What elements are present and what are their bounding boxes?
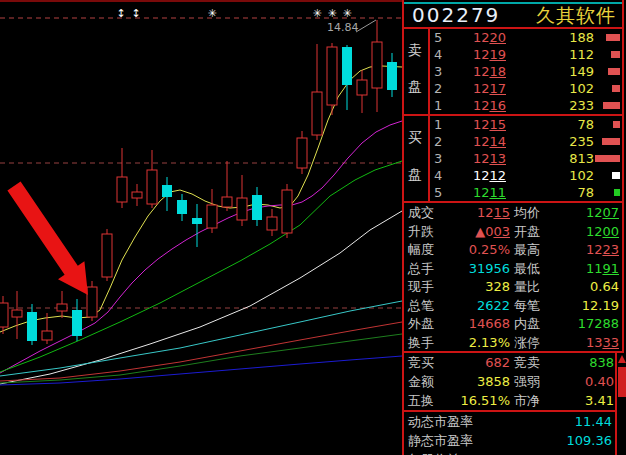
field-value: 3858 <box>432 372 510 391</box>
candle-up <box>297 138 307 168</box>
stock-code: 002279 <box>412 4 500 27</box>
order-volume-bar <box>603 102 620 109</box>
order-volume: 112 <box>520 46 594 63</box>
buy-queue: 11215782121423531213813412121025121178 <box>430 116 622 201</box>
order-book-row[interactable]: 31218149 <box>430 63 622 80</box>
field-value: 2.13% <box>432 333 510 352</box>
scrollbar-thumb[interactable] <box>618 367 626 397</box>
auction-section: 竞买682竞卖838金额3858强弱0.40五换16.51%市净3.41 <box>402 353 624 410</box>
order-volume: 102 <box>520 80 594 97</box>
order-price: 1213 <box>440 150 506 167</box>
candle-up <box>237 198 247 220</box>
ma-cyan-line <box>0 301 402 376</box>
event-marker-icon: ✳ <box>207 7 216 20</box>
field-value: 31956 <box>432 259 510 278</box>
order-book-row[interactable]: 21217102 <box>430 80 622 97</box>
sell-queue: 5122018841219112312181492121710211216233 <box>430 29 622 114</box>
order-book-row[interactable]: 31213813 <box>430 150 622 167</box>
candle-up <box>57 304 67 311</box>
sell-label-char: 卖 <box>408 42 424 60</box>
order-book-row[interactable]: 11216233 <box>430 97 622 114</box>
field-label: 内盘 <box>514 314 540 333</box>
field-value: 328 <box>432 277 510 296</box>
buy-label-char: 盘 <box>408 166 424 184</box>
order-book-row[interactable]: 21214235 <box>430 133 622 150</box>
field-value: 0.40 <box>542 372 614 391</box>
ma-yellow-line <box>0 66 402 332</box>
order-volume-bar <box>606 34 620 41</box>
candle-up <box>0 303 8 327</box>
field-value: 1207 <box>542 203 619 222</box>
field-value: 17288 <box>542 314 619 333</box>
field-value: 1200 <box>542 222 619 241</box>
candle-up <box>372 42 382 88</box>
valuation-section: 动态市盈率11.44静态市盈率109.36每股收益 <box>402 412 624 455</box>
order-book-row[interactable]: 41219112 <box>430 46 622 63</box>
order-volume-bar <box>614 189 620 196</box>
candle-down <box>192 218 202 224</box>
order-price: 1215 <box>440 116 506 133</box>
red-arrow-annotation <box>7 182 88 296</box>
event-marker-icon: ↕ <box>116 7 125 20</box>
order-volume: 78 <box>520 184 594 201</box>
quote-info-row: 总笔2622每笔12.19 <box>402 296 624 315</box>
order-volume: 813 <box>520 150 594 167</box>
field-value: 11.44 <box>482 412 612 431</box>
stock-app-window: ↕↕✳✳✳✳14.84 002279 久其软件 卖 盘 买 盘 51220188… <box>0 0 626 455</box>
order-volume-bar <box>611 51 620 58</box>
order-book-row[interactable]: 41212102 <box>430 167 622 184</box>
panel-scrollbar[interactable] <box>618 353 626 455</box>
order-price: 1214 <box>440 133 506 150</box>
field-label: 每笔 <box>514 296 540 315</box>
field-value: 2622 <box>432 296 510 315</box>
quote-info-row: 竞买682竞卖838 <box>402 353 624 372</box>
order-book-row[interactable]: 1121578 <box>430 116 622 133</box>
order-price: 1219 <box>440 46 506 63</box>
candle-up <box>87 287 97 317</box>
panel-right-border <box>622 0 624 353</box>
quote-info-row: 静态市盈率109.36 <box>402 431 624 450</box>
field-label: 竞买 <box>408 353 434 372</box>
quote-info-row: 换手2.13%涨停1333 <box>402 333 624 352</box>
panel-left-border <box>402 0 404 455</box>
kline-chart[interactable]: ↕↕✳✳✳✳14.84 <box>0 0 402 455</box>
candle-up <box>42 331 52 340</box>
stock-name: 久其软件 <box>536 4 616 27</box>
field-label: 金额 <box>408 372 434 391</box>
scrollbar-up-arrow-icon[interactable] <box>618 355 626 363</box>
field-value: 12.19 <box>542 296 619 315</box>
field-label: 外盘 <box>408 314 434 333</box>
quote-info-row: 幅度0.25%最高1223 <box>402 240 624 259</box>
candle-up <box>267 217 277 230</box>
order-book-row[interactable]: 5121178 <box>430 184 622 201</box>
candle-up <box>117 177 127 202</box>
high-price-label: 14.84 <box>327 21 359 34</box>
field-label: 竞卖 <box>514 353 540 372</box>
quote-info-row: 动态市盈率11.44 <box>402 412 624 431</box>
field-label: 换手 <box>408 333 434 352</box>
field-value: 109.36 <box>482 431 612 450</box>
candle-up <box>312 92 322 135</box>
field-label: 五换 <box>408 391 434 410</box>
candle-up <box>12 310 22 317</box>
field-value: 0.25% <box>432 240 510 259</box>
event-marker-icon: ✳ <box>342 7 351 20</box>
field-value: 1191 <box>542 259 619 278</box>
candle-up <box>357 80 367 95</box>
field-label: 动态市盈率 <box>408 412 473 431</box>
order-volume: 102 <box>520 167 594 184</box>
order-volume-bar <box>613 121 620 128</box>
sell-label-char: 盘 <box>408 78 424 96</box>
order-volume-bar <box>595 155 620 162</box>
field-label: 量比 <box>514 277 540 296</box>
field-value: 3.41 <box>542 391 614 410</box>
field-label: 每股收益 <box>408 450 460 455</box>
order-book-row[interactable]: 51220188 <box>430 29 622 46</box>
candle-down <box>387 62 397 90</box>
order-price: 1217 <box>440 80 506 97</box>
field-label: 涨停 <box>514 333 540 352</box>
order-price: 1212 <box>440 167 506 184</box>
ma-blue-line <box>0 356 402 385</box>
field-value: ▲003 <box>432 222 510 241</box>
order-volume-bar <box>612 172 620 179</box>
